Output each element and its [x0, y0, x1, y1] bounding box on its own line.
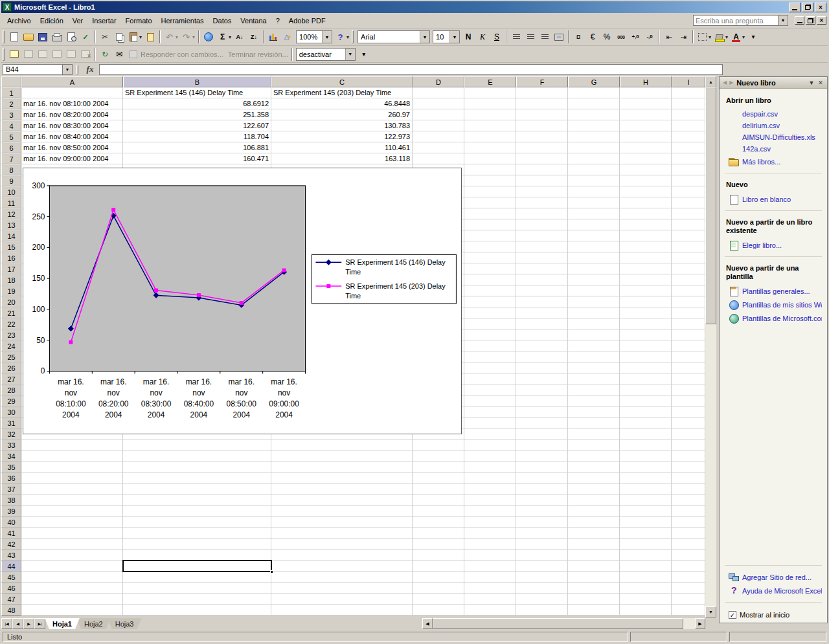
cell-C7[interactable]: 163.118: [271, 153, 413, 164]
cell-D43[interactable]: [413, 550, 464, 561]
menu-datos[interactable]: Datos: [209, 15, 236, 27]
cell-A3[interactable]: mar 16. nov 08:20:00 2004: [21, 109, 123, 120]
cell-E1[interactable]: [464, 87, 516, 98]
tab-scroll-last-button[interactable]: ▶|: [34, 618, 45, 629]
cell-E48[interactable]: [464, 605, 516, 616]
cell-F27[interactable]: [516, 373, 568, 384]
show-all-comments-button[interactable]: [64, 47, 78, 61]
cell-E29[interactable]: [464, 395, 516, 406]
cell-G11[interactable]: [568, 197, 620, 208]
cell-H44[interactable]: [620, 561, 672, 572]
redo-button[interactable]: ▾: [179, 30, 196, 44]
taskpane-item-ayuda-de-microsoft-excel[interactable]: Ayuda de Microsoft Excel: [725, 586, 822, 595]
tab-scroll-next-button[interactable]: ▶: [23, 618, 34, 629]
row-header-20[interactable]: 20: [1, 296, 21, 307]
cell-B37[interactable]: [123, 483, 271, 494]
cell-G29[interactable]: [568, 395, 620, 406]
cell-G34[interactable]: [568, 450, 620, 461]
cell-D39[interactable]: [413, 505, 464, 516]
currency-style-button[interactable]: [571, 30, 585, 44]
workbook-close-button[interactable]: ×: [817, 16, 826, 25]
cell-H26[interactable]: [620, 362, 672, 373]
cell-I46[interactable]: [672, 583, 705, 594]
cell-G36[interactable]: [568, 472, 620, 483]
show-at-startup-checkbox[interactable]: ✓: [729, 611, 736, 619]
cell-E20[interactable]: [464, 296, 516, 307]
print-button[interactable]: [50, 30, 64, 44]
cell-E17[interactable]: [464, 263, 516, 274]
cell-G4[interactable]: [568, 120, 620, 131]
horizontal-scroll-track[interactable]: [683, 618, 695, 629]
cell-F28[interactable]: [516, 384, 568, 395]
cell-B48[interactable]: [123, 605, 271, 616]
workbook-minimize-button[interactable]: [795, 16, 804, 25]
euro-style-button[interactable]: €: [585, 30, 600, 44]
cell-F32[interactable]: [516, 428, 568, 439]
cell-D6[interactable]: [413, 142, 464, 153]
cell-I42[interactable]: [672, 539, 705, 550]
cell-C46[interactable]: [271, 583, 413, 594]
cell-F30[interactable]: [516, 406, 568, 417]
row-header-19[interactable]: 19: [1, 285, 21, 296]
taskpane-item-m-s-libros-[interactable]: Más libros...: [725, 157, 822, 166]
cell-G8[interactable]: [568, 164, 620, 175]
cell-G35[interactable]: [568, 461, 620, 472]
menu-insertar[interactable]: Insertar: [87, 15, 120, 27]
spelling-button[interactable]: [78, 30, 93, 44]
cell-G23[interactable]: [568, 329, 620, 340]
cell-F22[interactable]: [516, 318, 568, 329]
cell-F14[interactable]: [516, 230, 568, 241]
cell-H18[interactable]: [620, 274, 672, 285]
cell-H12[interactable]: [620, 208, 672, 219]
cell-H6[interactable]: [620, 142, 672, 153]
cell-B1[interactable]: SR Experiment 145 (146) Delay Time: [123, 87, 271, 98]
cell-F31[interactable]: [516, 417, 568, 428]
cell-B34[interactable]: [123, 450, 271, 461]
menu--[interactable]: ?: [271, 15, 284, 27]
menu-adobe-pdf[interactable]: Adobe PDF: [284, 15, 330, 27]
review-status-combo[interactable]: desactivar▼: [296, 48, 356, 61]
cell-B44[interactable]: [123, 561, 271, 572]
cell-F45[interactable]: [516, 572, 568, 583]
cell-H10[interactable]: [620, 186, 672, 197]
cell-H34[interactable]: [620, 450, 672, 461]
cell-G9[interactable]: [568, 175, 620, 186]
cell-I34[interactable]: [672, 450, 705, 461]
cell-G21[interactable]: [568, 307, 620, 318]
cell-I24[interactable]: [672, 340, 705, 351]
toolbar-drag-handle[interactable]: [352, 30, 354, 43]
insert-function-button[interactable]: fx: [82, 64, 98, 75]
cell-D46[interactable]: [413, 583, 464, 594]
cell-G28[interactable]: [568, 384, 620, 395]
cell-G25[interactable]: [568, 351, 620, 362]
cell-F8[interactable]: [516, 164, 568, 175]
menu-herramientas[interactable]: Herramientas: [157, 15, 209, 27]
column-header-D[interactable]: D: [413, 76, 464, 87]
cell-G45[interactable]: [568, 572, 620, 583]
italic-button[interactable]: K: [475, 30, 490, 44]
cell-E42[interactable]: [464, 539, 516, 550]
cell-C2[interactable]: 46.8448: [271, 98, 413, 109]
cell-F2[interactable]: [516, 98, 568, 109]
scroll-down-button[interactable]: ▼: [705, 606, 716, 617]
paste-button[interactable]: ▾: [126, 30, 143, 44]
cell-A7[interactable]: mar 16. nov 09:00:00 2004: [21, 153, 123, 164]
row-header-34[interactable]: 34: [1, 450, 21, 461]
row-header-39[interactable]: 39: [1, 505, 21, 516]
cell-C42[interactable]: [271, 539, 413, 550]
cell-G46[interactable]: [568, 583, 620, 594]
taskpane-item-aimsun-difficulties-xls[interactable]: AIMSUN-Difficulties.xls: [725, 133, 822, 141]
cell-F37[interactable]: [516, 483, 568, 494]
cell-H27[interactable]: [620, 373, 672, 384]
cell-G31[interactable]: [568, 417, 620, 428]
cell-F48[interactable]: [516, 605, 568, 616]
cell-G24[interactable]: [568, 340, 620, 351]
cell-F19[interactable]: [516, 285, 568, 296]
cell-I10[interactable]: [672, 186, 705, 197]
cell-F25[interactable]: [516, 351, 568, 362]
cell-F15[interactable]: [516, 241, 568, 252]
taskpane-item-plantillas-generales-[interactable]: Plantillas generales...: [725, 286, 822, 296]
cell-G26[interactable]: [568, 362, 620, 373]
fill-color-button[interactable]: ▾: [712, 30, 729, 44]
cell-I33[interactable]: [672, 439, 705, 450]
